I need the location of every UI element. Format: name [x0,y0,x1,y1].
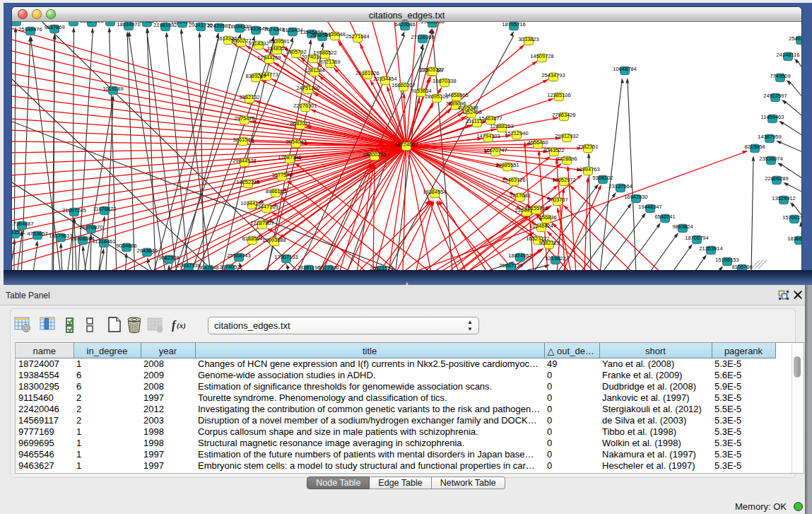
svg-text:11318461: 11318461 [93,238,116,245]
svg-text:19586522: 19586522 [313,49,336,56]
svg-text:25492422: 25492422 [789,35,801,42]
svg-text:26521573: 26521573 [370,265,393,271]
svg-text:25229388: 25229388 [12,22,28,23]
svg-text:19448347: 19448347 [638,204,661,210]
svg-text:4666460: 4666460 [527,139,548,146]
svg-text:13179613: 13179613 [49,233,72,239]
svg-text:16670747: 16670747 [483,147,507,153]
svg-text:9082309: 9082309 [158,255,179,261]
svg-text:14658665: 14658665 [445,92,468,98]
svg-text:4252458: 4252458 [461,109,481,115]
svg-text:4753657: 4753657 [27,230,47,237]
svg-text:8106768: 8106768 [731,264,752,270]
svg-text:16052972: 16052972 [552,177,575,183]
svg-text:18874652: 18874652 [508,252,531,259]
svg-text:5219822: 5219822 [545,255,565,262]
svg-text:28070870: 28070870 [79,224,102,230]
svg-text:5439648: 5439648 [324,31,345,37]
svg-text:8539591: 8539591 [269,38,289,45]
svg-text:27126369: 27126369 [411,34,434,40]
svg-text:2054043: 2054043 [286,139,306,145]
svg-text:22926327: 22926327 [420,66,444,73]
svg-text:14509728: 14509728 [530,53,553,59]
svg-text:23538074: 23538074 [759,156,782,162]
svg-text:16947830: 16947830 [624,194,647,200]
svg-text:5308102: 5308102 [592,175,613,181]
svg-text:15212940: 15212940 [505,130,528,136]
svg-text:15155998: 15155998 [524,205,548,211]
svg-text:15700199: 15700199 [782,214,801,221]
svg-text:15463677: 15463677 [478,115,502,122]
svg-text:3377578: 3377578 [271,172,292,178]
svg-text:9343522: 9343522 [543,147,564,153]
svg-text:f: f [172,319,177,332]
svg-text:18795716: 18795716 [502,22,525,28]
svg-text:9837869: 9837869 [44,24,64,30]
svg-text:29912932: 29912932 [555,133,578,139]
svg-text:25463726: 25463726 [502,177,525,183]
svg-text:24922597: 24922597 [763,93,787,99]
svg-text:22806289: 22806289 [765,175,788,182]
svg-text:8215958: 8215958 [744,144,765,150]
svg-text:8682011: 8682011 [290,120,311,127]
svg-text:3148352: 3148352 [266,45,287,52]
svg-text:23447169: 23447169 [254,204,278,210]
svg-text:6420686: 6420686 [394,22,415,28]
svg-text:13529912: 13529912 [772,195,795,201]
svg-text:20334454: 20334454 [373,76,396,82]
svg-text:18705794: 18705794 [685,235,708,241]
svg-text:3382132: 3382132 [239,94,259,100]
svg-text:8389269: 8389269 [245,73,266,79]
svg-text:28381196: 28381196 [298,264,321,271]
svg-text:2817683: 2817683 [510,192,530,199]
svg-text:18994763: 18994763 [576,166,599,173]
svg-text:12385106: 12385106 [547,92,570,98]
svg-text:24148116: 24148116 [777,52,800,58]
svg-text:16870338: 16870338 [433,78,456,84]
svg-text:17394887: 17394887 [12,221,34,227]
svg-text:24751200: 24751200 [296,85,319,91]
svg-text:1653531: 1653531 [12,229,25,235]
svg-text:28906064: 28906064 [71,235,94,242]
svg-text:9034686: 9034686 [116,243,136,249]
svg-text:20037339: 20037339 [177,262,200,269]
svg-text:2975475: 2975475 [234,115,254,122]
svg-text:15198153: 15198153 [715,257,739,263]
svg-text:5703737: 5703737 [547,197,567,203]
svg-text:11876872: 11876872 [93,206,117,212]
svg-text:12344269: 12344269 [257,54,281,61]
svg-text:12888253: 12888253 [490,123,513,129]
svg-text:3322386: 3322386 [318,264,339,271]
svg-text:1019189: 1019189 [102,86,123,92]
svg-text:22176301: 22176301 [293,103,317,109]
svg-text:1241284: 1241284 [304,67,324,74]
svg-text:23137564: 23137564 [608,183,632,189]
svg-text:6540741: 6540741 [654,214,675,220]
svg-text:7749509: 7749509 [770,73,790,79]
svg-text:17307133: 17307133 [274,254,298,260]
svg-text:3033823: 3033823 [518,36,539,42]
svg-text:19098556: 19098556 [420,22,444,25]
svg-text:3642648: 3642648 [198,264,218,271]
svg-text:7428696: 7428696 [556,156,577,162]
svg-text:29985551: 29985551 [495,162,519,168]
svg-text:7156836: 7156836 [536,214,556,221]
svg-text:12087340: 12087340 [278,154,301,160]
svg-text:25148476: 25148476 [18,26,42,33]
svg-text:10648784: 10648784 [613,66,636,72]
svg-text:14794303: 14794303 [476,133,500,139]
svg-text:21097245: 21097245 [62,207,86,214]
svg-text:25558743: 25558743 [227,252,250,259]
svg-text:27863426: 27863426 [552,112,575,118]
svg-text:21353914: 21353914 [699,245,722,252]
svg-text:25434793: 25434793 [541,72,565,78]
svg-text:9382113: 9382113 [539,240,560,246]
svg-text:3261579: 3261579 [233,136,253,143]
svg-text:19093688: 19093688 [262,237,286,243]
svg-text:19384554: 19384554 [423,189,446,195]
svg-text:28300295: 28300295 [363,151,386,158]
svg-text:29844577: 29844577 [233,158,256,164]
svg-text:18366963: 18366963 [787,235,801,242]
svg-text:(x): (x) [177,321,186,330]
svg-text:7382351: 7382351 [577,144,598,150]
